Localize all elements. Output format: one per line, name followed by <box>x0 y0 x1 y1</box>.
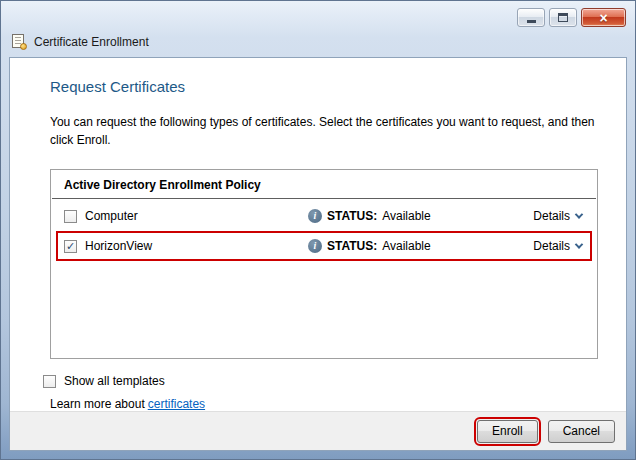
template-name: HorizonView <box>85 239 152 253</box>
template-name: Computer <box>85 209 138 223</box>
status-label: STATUS: <box>327 209 377 223</box>
details-toggle[interactable]: Details <box>533 239 584 253</box>
page-title: Request Certificates <box>50 78 598 95</box>
maximize-button[interactable] <box>549 8 577 27</box>
chevron-down-icon <box>575 210 583 218</box>
learn-more-text: Learn more about <box>50 397 145 411</box>
minimize-button[interactable] <box>517 8 545 27</box>
status-label: STATUS: <box>327 239 377 253</box>
enroll-button[interactable]: Enroll <box>477 420 538 443</box>
template-row-computer[interactable]: Computer i STATUS: Available Details <box>58 203 590 229</box>
learn-more-line: Learn more aboutcertificates <box>50 397 598 411</box>
close-icon: × <box>599 11 607 25</box>
show-all-templates-label: Show all templates <box>64 374 165 388</box>
status-value: Available <box>382 209 430 223</box>
show-all-templates-checkbox[interactable] <box>43 375 56 388</box>
enrollment-policy-list: Active Directory Enrollment Policy Compu… <box>50 169 598 359</box>
show-all-templates-option: Show all templates <box>43 374 598 388</box>
close-button[interactable]: × <box>581 8 626 27</box>
status-value: Available <box>382 239 430 253</box>
intro-text: You can request the following types of c… <box>50 113 595 149</box>
template-row-horizonview[interactable]: ✓ HorizonView i STATUS: Available Detail… <box>58 233 590 259</box>
info-icon: i <box>308 209 322 223</box>
dialog-content: Request Certificates You can request the… <box>9 57 627 451</box>
button-bar: Enroll Cancel <box>10 411 626 450</box>
certificate-enrollment-icon <box>11 34 27 50</box>
maximize-icon <box>558 13 568 22</box>
window-title: Certificate Enrollment <box>34 35 149 49</box>
minimize-icon <box>527 20 536 23</box>
title-bar: Certificate Enrollment <box>11 34 149 50</box>
main-panel: Request Certificates You can request the… <box>10 58 626 411</box>
chevron-down-icon <box>575 240 583 248</box>
window-controls: × <box>517 8 626 27</box>
details-toggle[interactable]: Details <box>533 209 584 223</box>
cancel-button[interactable]: Cancel <box>548 420 615 443</box>
info-icon: i <box>308 239 322 253</box>
certificates-link[interactable]: certificates <box>148 397 205 411</box>
certificate-enrollment-window: × Certificate Enrollment Request Certifi… <box>0 0 636 460</box>
computer-checkbox[interactable] <box>64 210 77 223</box>
horizonview-checkbox[interactable]: ✓ <box>64 240 77 253</box>
policy-group-header: Active Directory Enrollment Policy <box>52 170 596 199</box>
